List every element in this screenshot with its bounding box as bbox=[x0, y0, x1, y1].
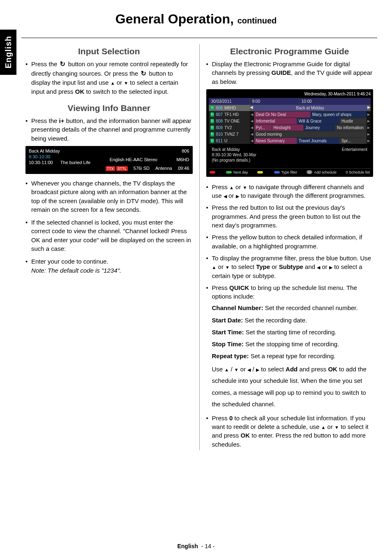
source-icon bbox=[59, 60, 67, 69]
epg-heading: Electronic Programme Guide bbox=[206, 46, 374, 56]
title-divider bbox=[21, 37, 377, 38]
left-icon bbox=[224, 192, 227, 199]
ib-time-current: 8:30-10:30 bbox=[29, 154, 90, 159]
epg-footer: Next day Type filter QAdd schedule 0 Sch… bbox=[209, 168, 371, 174]
opt-stop-time: Stop Time: Set the stopping time of reco… bbox=[212, 339, 374, 349]
up-icon bbox=[224, 366, 229, 373]
page-footer: English - 14 - bbox=[0, 543, 392, 549]
ib-chname: M6HD bbox=[176, 157, 189, 162]
up-icon bbox=[111, 79, 115, 86]
info-locked: •If the selected channel is locked, you … bbox=[25, 218, 193, 253]
left-column: Input Selection • Press the button on yo… bbox=[21, 44, 197, 450]
ib-audio: English HE-AAC Stereo bbox=[110, 157, 157, 162]
epg-row: D808TV ONE◀ Infomertial Will & Grace Hus… bbox=[209, 118, 371, 124]
opt-start-time: Start Time: Set the starting time of rec… bbox=[212, 327, 374, 337]
up-icon bbox=[212, 263, 217, 270]
epg-yellow: •Press the yellow button to check detail… bbox=[206, 233, 374, 250]
epg-datetime: Wednesday, 30-March-2011 9:46:24 bbox=[209, 92, 371, 96]
sttl-badge: STTL bbox=[116, 166, 128, 171]
input-selection-heading: Input Selection bbox=[25, 46, 193, 56]
down-icon bbox=[243, 183, 247, 190]
down-icon bbox=[124, 79, 128, 86]
epg-row: D811U◀ News Summary Travel Journals Spr.… bbox=[209, 137, 371, 144]
opt-start-date: Start Date: Set the recording date. bbox=[212, 315, 374, 325]
ib-time-next-row: 10:30-11:00 The buried Life bbox=[29, 160, 90, 165]
opt-channel-number: Channel Number: Set the recorded channel… bbox=[212, 303, 374, 313]
opt-repeat: Repeat type: Set a repeat type for recor… bbox=[212, 351, 374, 361]
down-icon bbox=[334, 423, 339, 430]
epg-mock: Wednesday, 30-March-2011 9:46:24 30/03/2… bbox=[206, 89, 374, 177]
right-icon bbox=[236, 192, 239, 199]
epg-press-zero: • Press 0 to check all your schedule lis… bbox=[206, 414, 374, 449]
epg-row: D810TVNZ 7◀Good morning▶ bbox=[209, 131, 371, 137]
right-icon bbox=[256, 366, 259, 373]
input-selection-item: • Press the button on your remote contro… bbox=[25, 60, 193, 96]
epg-navigate: • Press or to navigate through different… bbox=[206, 183, 374, 200]
viewing-info-heading: Viewing Info Banner bbox=[25, 103, 193, 113]
epg-blue: • To display the programme filter, press… bbox=[206, 254, 374, 280]
right-column: Electronic Programme Guide • Display the… bbox=[202, 44, 378, 450]
column-separator bbox=[199, 44, 200, 450]
ib-src: Antenna bbox=[155, 166, 172, 171]
info-banner-mock: Back At Midday 806 8:30-10:30 10:30-11:0… bbox=[25, 146, 193, 174]
info-change-channels: •Whenever you change channels, the TV di… bbox=[25, 179, 193, 214]
up-icon bbox=[229, 183, 234, 190]
epg-quick: • Press QUICK to bring up the schedule l… bbox=[206, 283, 374, 301]
epg-header: 30/03/2011 9:00 10:00 bbox=[209, 98, 371, 105]
down-icon bbox=[225, 263, 230, 270]
right-icon bbox=[329, 263, 332, 270]
source-icon bbox=[140, 69, 147, 79]
ttx-badge: TTX bbox=[106, 166, 115, 171]
info-enter-code: • Enter your code to continue. Note: The… bbox=[25, 257, 193, 275]
opt-use-add: Use / or / to select Add and press OK to… bbox=[212, 364, 374, 410]
epg-row: D807TF1 HD◀ Deal Or No Deal Mary, queen … bbox=[209, 111, 371, 118]
down-icon bbox=[234, 366, 239, 373]
epg-intro: • Display the Electronic Programme Guide… bbox=[206, 60, 374, 86]
epg-row: D809TV2◀ Pyt... Hindsight Journey No inf… bbox=[209, 124, 371, 131]
ib-title: Back At Midday bbox=[29, 148, 60, 153]
epg-selected-row: D806M6HD ◀ Back at Midday ▶ bbox=[209, 105, 371, 111]
page-title: General Operation, continued bbox=[0, 0, 392, 27]
ib-clock: 09:46 bbox=[178, 166, 189, 171]
up-icon bbox=[321, 423, 326, 430]
info-banner-press: • Press the i+ button, and the informati… bbox=[25, 116, 193, 143]
ib-res: 576i SD bbox=[134, 166, 150, 171]
ib-chnum: 806 bbox=[182, 148, 189, 153]
language-tab: English bbox=[0, 30, 16, 75]
default-code-note: Note: The default code is "1234". bbox=[31, 267, 121, 274]
epg-detail: Back at Midday 8:30-10:30 Wed, 30-Mar (N… bbox=[209, 144, 371, 164]
epg-red-green: •Press the red button to list out the pr… bbox=[206, 203, 374, 229]
